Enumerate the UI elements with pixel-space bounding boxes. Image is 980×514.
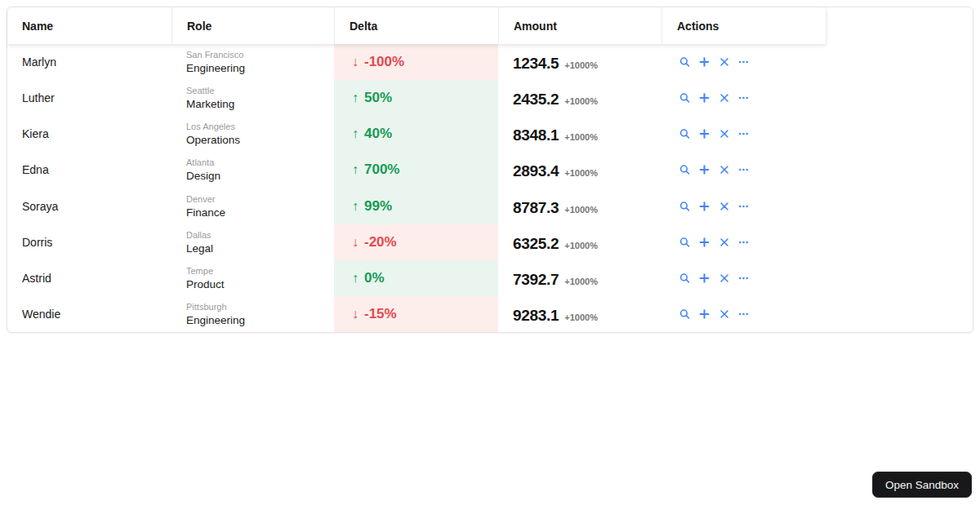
ellipsis-icon: [738, 201, 749, 212]
plus-icon: [699, 128, 710, 140]
row-add-button[interactable]: [699, 237, 710, 247]
row-more-button[interactable]: [738, 273, 749, 283]
trend-up-icon: ↑: [352, 126, 359, 141]
name-cell: Kiera: [7, 116, 172, 152]
row-add-button[interactable]: [699, 201, 710, 211]
row-add-button[interactable]: [699, 129, 710, 140]
table-row: Dorris Dallas Legal ↓ -20% 6325.2 +1000%: [7, 224, 973, 260]
amount-cell: 1234.5 +1000%: [498, 44, 662, 80]
row-more-button[interactable]: [738, 129, 749, 140]
row-close-button[interactable]: [719, 273, 729, 283]
row-more-button[interactable]: [738, 165, 749, 175]
delta-cell: ↓ -20%: [334, 224, 498, 260]
amount-value: 1234.5: [513, 55, 559, 73]
actions-cell: [662, 296, 826, 332]
plus-icon: [699, 92, 710, 104]
close-icon: [719, 93, 729, 103]
ellipsis-icon: [738, 308, 749, 320]
table-row: Marlyn San Francisco Engineering ↓ -100%…: [7, 44, 973, 80]
close-icon: [719, 202, 729, 211]
row-more-button[interactable]: [738, 93, 749, 104]
row-more-button[interactable]: [738, 201, 749, 211]
amount-value: 9283.1: [513, 307, 559, 325]
ellipsis-icon: [738, 56, 749, 68]
row-add-button[interactable]: [699, 165, 710, 175]
amount-cell: 9283.1 +1000%: [498, 296, 662, 332]
row-close-button[interactable]: [719, 129, 729, 140]
row-search-button[interactable]: [679, 201, 690, 211]
person-department: Finance: [186, 206, 225, 219]
row-add-button[interactable]: [699, 308, 710, 319]
row-more-button[interactable]: [738, 57, 749, 68]
open-sandbox-button[interactable]: Open Sandbox: [872, 472, 972, 498]
row-add-button[interactable]: [699, 57, 710, 68]
delta-cell: ↑ 40%: [334, 116, 498, 152]
actions-cell: [662, 80, 826, 116]
amount-value: 2893.4: [513, 162, 559, 180]
close-icon: [719, 57, 729, 67]
ellipsis-icon: [738, 92, 749, 104]
row-search-button[interactable]: [679, 93, 690, 104]
row-search-button[interactable]: [679, 57, 690, 68]
row-search-button[interactable]: [679, 165, 690, 175]
row-close-button[interactable]: [719, 93, 729, 104]
plus-icon: [699, 237, 710, 248]
row-close-button[interactable]: [719, 308, 729, 319]
row-close-button[interactable]: [719, 165, 729, 175]
person-name: Astrid: [22, 272, 51, 285]
role-cell: Denver Finance: [172, 188, 334, 224]
name-cell: Dorris: [7, 224, 172, 260]
name-cell: Marlyn: [7, 44, 172, 80]
table-row: Wendie Pittsburgh Engineering ↓ -15% 928…: [7, 296, 973, 332]
amount-change: +1000%: [564, 241, 598, 250]
column-header-delta: Delta: [334, 7, 498, 44]
plus-icon: [699, 308, 710, 320]
row-add-button[interactable]: [699, 93, 710, 104]
role-cell: Atlanta Design: [172, 152, 334, 188]
close-icon: [719, 129, 729, 139]
search-icon: [679, 308, 690, 320]
row-close-button[interactable]: [719, 237, 729, 247]
delta-value: 700%: [364, 162, 399, 178]
row-search-button[interactable]: [679, 237, 690, 247]
trend-up-icon: ↑: [352, 271, 359, 286]
row-search-button[interactable]: [679, 129, 690, 140]
amount-change: +1000%: [564, 205, 598, 215]
search-icon: [679, 128, 690, 140]
ellipsis-icon: [738, 128, 749, 140]
row-more-button[interactable]: [738, 308, 749, 319]
name-cell: Edna: [7, 152, 172, 188]
actions-cell: [662, 116, 826, 152]
row-search-button[interactable]: [679, 308, 690, 319]
delta-value: 99%: [364, 198, 392, 215]
person-department: Engineering: [186, 62, 245, 74]
delta-cell: ↑ 50%: [334, 80, 498, 116]
delta-value: 40%: [364, 126, 392, 142]
role-cell: San Francisco Engineering: [172, 44, 334, 80]
role-cell: Dallas Legal: [172, 224, 334, 260]
role-cell: Los Angeles Operations: [172, 116, 334, 152]
amount-cell: 2893.4 +1000%: [498, 152, 662, 188]
row-add-button[interactable]: [699, 273, 710, 283]
person-name: Kiera: [22, 127, 49, 140]
ellipsis-icon: [738, 237, 749, 248]
row-search-button[interactable]: [679, 273, 690, 283]
role-cell: Pittsburgh Engineering: [172, 296, 334, 332]
person-city: Tempe: [186, 266, 213, 276]
amount-value: 8787.3: [513, 199, 559, 217]
actions-cell: [662, 188, 826, 224]
row-close-button[interactable]: [719, 201, 729, 211]
actions-cell: [662, 224, 826, 260]
amount-value: 6325.2: [513, 235, 559, 253]
amount-change: +1000%: [564, 132, 598, 142]
row-more-button[interactable]: [738, 237, 749, 247]
person-city: Los Angeles: [186, 122, 235, 131]
row-close-button[interactable]: [719, 57, 729, 68]
person-department: Marketing: [186, 98, 234, 110]
amount-cell: 6325.2 +1000%: [498, 224, 662, 260]
trend-up-icon: ↑: [352, 162, 359, 177]
amount-change: +1000%: [564, 312, 598, 322]
person-name: Dorris: [22, 236, 52, 249]
person-department: Engineering: [186, 314, 245, 326]
table-row: Luther Seattle Marketing ↑ 50% 2435.2 +1…: [7, 80, 973, 116]
